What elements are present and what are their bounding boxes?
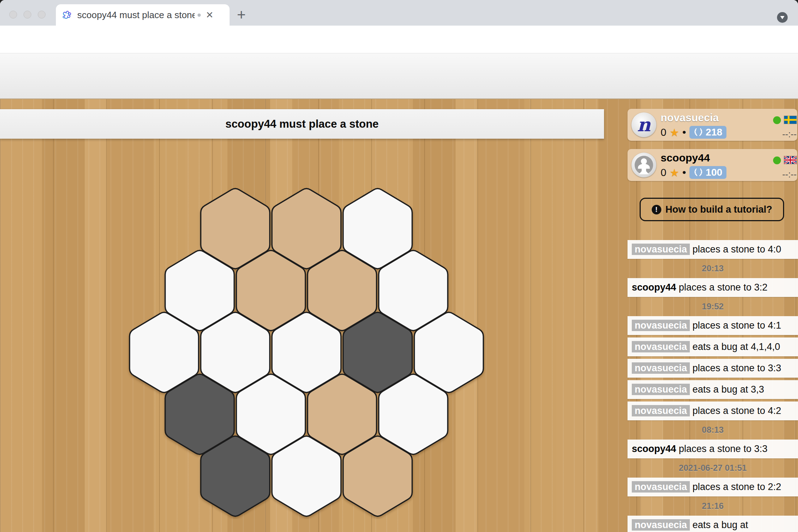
meeple-icon	[635, 156, 653, 174]
log-player-name: scoopy44	[632, 443, 676, 454]
log-player-name: scoopy44	[632, 282, 676, 293]
avatar-novasuecia[interactable]: n	[631, 112, 656, 137]
avatar-scoopy44[interactable]	[631, 153, 656, 177]
log-player-name: novasuecia	[632, 481, 690, 493]
browser-tab[interactable]: scoopy44 must place a stone ✕	[56, 4, 230, 26]
player-panel-novasuecia: n novasuecia 0 ★ • 218 --:--	[628, 109, 797, 141]
log-entry[interactable]: novasuecia eats a bug at 3,3	[628, 380, 798, 399]
browser-toolbar: boardgamearena.com/archive/replay/210621…	[0, 26, 798, 53]
log-player-name: novasuecia	[632, 362, 690, 374]
log-timestamp: 08:13	[628, 423, 798, 437]
elo-value: 100	[706, 167, 723, 178]
log-player-name: novasuecia	[632, 341, 690, 352]
tab-strip: scoopy44 must place a stone ✕ +	[0, 0, 798, 26]
laurel-icon	[694, 128, 703, 137]
online-status-dot	[773, 116, 781, 124]
log-text: places a stone to 4:1	[690, 320, 781, 331]
browser-window: scoopy44 must place a stone ✕ +	[0, 0, 798, 532]
log-text: places a stone to 3:3	[676, 443, 768, 454]
laurel-icon	[694, 168, 703, 177]
log-timestamp: 21:16	[628, 499, 798, 513]
log-entry[interactable]: novasuecia eats a bug at 2,1,2,2,2,3,2,4…	[628, 516, 798, 532]
tab-search-button[interactable]	[777, 12, 788, 23]
score-star-icon: ★	[670, 126, 679, 139]
online-status-dot	[773, 156, 781, 164]
log-entry[interactable]: novasuecia places a stone to 3:3	[628, 359, 798, 378]
player-name[interactable]: novasuecia	[661, 112, 719, 124]
player-timer: --:--	[758, 129, 797, 139]
log-entry[interactable]: scoopy44 places a stone to 3:2	[628, 278, 798, 297]
score-star-icon: ★	[670, 166, 679, 179]
log-player-name: novasuecia	[632, 384, 690, 395]
log-text: places a stone to 3:3	[690, 363, 781, 373]
log-player-name: novasuecia	[632, 244, 690, 255]
status-text: scoopy44 must place a stone	[225, 118, 379, 131]
log-entry[interactable]: novasuecia places a stone to 4:1	[628, 316, 798, 335]
tab-title: scoopy44 must place a stone	[77, 10, 195, 21]
log-entry[interactable]: scoopy44 places a stone to 3:3	[628, 440, 798, 458]
new-tab-button[interactable]: +	[232, 6, 251, 24]
log-text: places a stone to 2:2	[690, 482, 781, 492]
separator-dot: •	[682, 166, 686, 179]
log-timestamp: 20:13	[628, 261, 798, 276]
game-log: novasuecia places a stone to 4:020:13sco…	[628, 240, 798, 532]
log-timestamp: 2021-06-27 01:51	[628, 461, 798, 475]
player-panel-scoopy44: scoopy44 0 ★ • 100 --:--	[628, 149, 797, 181]
player-score-row: 0 ★ • 100	[661, 166, 726, 179]
elo-badge[interactable]: 100	[689, 166, 727, 179]
log-entry[interactable]: novasuecia eats a bug at 4,1,4,0	[628, 337, 798, 356]
log-text: places a stone to 4:2	[690, 405, 781, 416]
window-close-button[interactable]	[9, 11, 17, 18]
player-score: 0	[661, 127, 666, 138]
uk-flag-icon	[784, 156, 797, 164]
exclamation-icon: !	[652, 205, 661, 214]
log-player-name: novasuecia	[632, 320, 690, 331]
window-zoom-button[interactable]	[38, 11, 46, 18]
bga-favicon-icon	[62, 10, 72, 20]
log-text: eats a bug at 3,3	[690, 384, 764, 395]
log-entry[interactable]: novasuecia places a stone to 4:0	[628, 240, 798, 259]
log-player-name: novasuecia	[632, 405, 690, 416]
status-banner: scoopy44 must place a stone	[0, 109, 604, 139]
elo-value: 218	[706, 127, 723, 138]
tab-overflow-dot	[198, 14, 201, 17]
window-minimize-button[interactable]	[23, 11, 31, 18]
log-player-name: novasuecia	[632, 519, 690, 531]
tab-close-icon[interactable]: ✕	[206, 10, 214, 20]
how-to-build-tutorial-button[interactable]: ! How to build a tutorial?	[640, 198, 784, 221]
player-timer: --:--	[758, 169, 797, 180]
log-text: places a stone to 4:0	[690, 244, 781, 255]
log-entry[interactable]: novasuecia places a stone to 2:2	[628, 478, 798, 496]
log-text: eats a bug at 4,1,4,0	[690, 341, 780, 352]
separator-dot: •	[682, 126, 686, 138]
replay-header: Table #182787536 Move #43 Progression 10…	[0, 53, 798, 99]
log-text: places a stone to 3:2	[676, 282, 768, 293]
player-score-row: 0 ★ • 218	[661, 126, 726, 139]
tutorial-button-label: How to build a tutorial?	[666, 204, 772, 215]
log-timestamp: 19:52	[628, 299, 798, 314]
hex-board	[125, 178, 491, 519]
avatar-monogram: n	[637, 116, 651, 134]
player-score: 0	[661, 167, 666, 179]
sweden-flag-icon	[784, 116, 797, 124]
player-name[interactable]: scoopy44	[661, 152, 710, 164]
elo-badge[interactable]: 218	[689, 126, 727, 139]
log-entry[interactable]: novasuecia places a stone to 4:2	[628, 401, 798, 420]
chevron-down-icon	[779, 15, 785, 20]
